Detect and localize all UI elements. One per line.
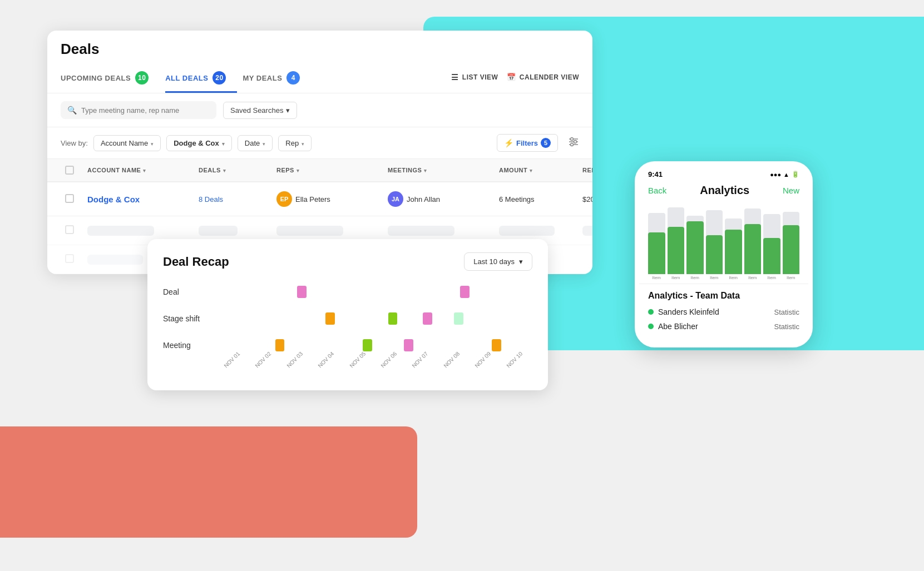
col-deals[interactable]: DEALS (194, 159, 272, 181)
tab-upcoming-badge: 10 (135, 71, 149, 85)
gantt-track-stage-shift (219, 311, 532, 326)
search-row: 🔍 Saved Searches ▾ (47, 93, 592, 127)
member1-dot (648, 309, 654, 315)
gantt-chart: Deal Stage shift Meeting (163, 284, 532, 375)
phone-new-button[interactable]: New (783, 186, 799, 195)
row-select-checkbox[interactable] (65, 194, 74, 203)
saved-searches-chevron-icon: ▾ (286, 106, 290, 115)
bar-label-6: Item (748, 275, 757, 280)
account-chevron-icon (222, 139, 225, 147)
deals-panel: Deals UPCOMING DEALS 10 ALL DEALS 20 MY … (47, 31, 592, 274)
bar-label-8: Item (787, 275, 795, 280)
tab-my-deals[interactable]: MY DEALS 4 (243, 66, 311, 93)
rep2-avatar: JA (388, 191, 403, 207)
gantt-dates: NOV 01 NOV 02 NOV 03 NOV 04 NOV 05 NOV 0… (163, 364, 532, 375)
filter-count-badge: 5 (541, 138, 551, 148)
chart-bar-5: Item (725, 219, 742, 280)
row-account-name[interactable]: Dodge & Cox (83, 186, 194, 213)
sk2-repq (578, 251, 592, 269)
saved-searches-button[interactable]: Saved Searches ▾ (223, 102, 297, 119)
phone-back-button[interactable]: Back (648, 186, 666, 195)
col-rep-questions[interactable]: REP QUESTIONS (578, 159, 592, 181)
gantt-track-deal (219, 284, 532, 300)
signal-icon: ●●● (770, 171, 781, 178)
col-reps[interactable]: REPS (272, 159, 383, 181)
col-checkbox (61, 159, 83, 181)
select-all-checkbox[interactable] (65, 166, 74, 175)
view-by-value: Account Name (101, 139, 148, 147)
calendar-view-button[interactable]: 📅 CALENDER VIEW (507, 73, 579, 81)
view-by-account-filter[interactable]: Account Name (93, 135, 161, 151)
search-icon: 🔍 (67, 106, 77, 115)
member2-dot (648, 324, 654, 329)
gantt-row-deal: Deal (163, 284, 532, 300)
analytics-team-title: Analytics - Team Data (648, 291, 799, 301)
amount-value: $20,000 (582, 195, 592, 203)
deals-sort-icon (223, 167, 226, 173)
deals-header: Deals UPCOMING DEALS 10 ALL DEALS 20 MY … (47, 31, 592, 93)
rep1-name: Ella Peters (295, 195, 330, 203)
row-reps: EP Ella Peters (272, 182, 383, 216)
sk2-checkbox (61, 245, 83, 274)
sk-checkbox (61, 216, 83, 245)
sk-checkbox-box (65, 225, 74, 234)
tab-my-label: MY DEALS (243, 74, 282, 82)
col-meetings[interactable]: MEETINGS (383, 159, 495, 181)
rep-chevron-icon (302, 139, 304, 147)
chart-bar-1: Item (648, 213, 665, 280)
rep-filter-chip[interactable]: Rep (278, 135, 312, 151)
account-sort-icon (143, 167, 146, 173)
bar-label-5: Item (729, 275, 738, 280)
rep2-name: John Allan (407, 195, 440, 203)
date-filter-chip[interactable]: Date (238, 135, 273, 151)
account-link[interactable]: Dodge & Cox (87, 195, 140, 204)
bar-label-2: Item (671, 275, 680, 280)
calendar-view-label: CALENDER VIEW (520, 73, 579, 81)
sk2-checkbox-box (65, 254, 74, 263)
reps-cell: EP Ella Peters (276, 191, 379, 207)
search-input[interactable] (81, 106, 181, 115)
filter-icon: ⚡ (504, 138, 513, 147)
recap-dropdown-label: Last 10 days (473, 257, 515, 266)
rep-filter-value: Rep (285, 139, 299, 147)
col-amount[interactable]: AMOUNT (495, 159, 578, 181)
phone-mockup: 9:41 ●●● ▲ 🔋 Back Analytics New Item (635, 161, 813, 347)
saved-searches-label: Saved Searches (230, 106, 283, 115)
table-row: Dodge & Cox 8 Deals EP Ella Peters JA Jo… (47, 182, 592, 216)
rep2-cell: JA John Allan (388, 191, 490, 207)
chart-bar-2: Item (668, 207, 685, 280)
filter-row: View by: Account Name Dodge & Cox Date R… (47, 127, 592, 159)
row-meetings-count: 6 Meetings (495, 186, 578, 212)
tab-upcoming-deals[interactable]: UPCOMING DEALS 10 (61, 66, 160, 93)
meetings-value: 6 Meetings (499, 195, 535, 203)
deals-title: Deals (61, 41, 579, 58)
chart-bar-4: Item (706, 210, 723, 280)
filters-button[interactable]: ⚡ Filters 5 (497, 134, 558, 152)
phone-time: 9:41 (648, 170, 663, 178)
phone-status-icons: ●●● ▲ 🔋 (770, 171, 799, 178)
team-member-row-1: Sanders Kleinfeld Statistic (648, 307, 799, 316)
team-member-left-2: Abe Blicher (648, 322, 698, 331)
battery-icon: 🔋 (792, 171, 799, 178)
analytics-team-section: Analytics - Team Data Sanders Kleinfeld … (639, 284, 808, 343)
row-amount: $20,000 (578, 186, 592, 212)
settings-icon[interactable] (568, 136, 579, 150)
view-by-chevron-icon (151, 139, 154, 147)
chart-bar-8: Item (783, 212, 800, 280)
salmon-decoration (0, 426, 417, 538)
tab-all-deals[interactable]: ALL DEALS 20 (165, 66, 237, 93)
list-icon: ☰ (451, 73, 459, 82)
col-account-name[interactable]: ACCOUNT NAME (83, 159, 194, 181)
list-view-button[interactable]: ☰ LIST VIEW (451, 73, 498, 82)
bar-label-4: Item (710, 275, 719, 280)
recap-dropdown[interactable]: Last 10 days ▾ (464, 252, 532, 271)
recap-title: Deal Recap (163, 255, 229, 269)
tab-my-badge: 4 (286, 71, 300, 85)
deal-recap-panel: Deal Recap Last 10 days ▾ Deal Stage shi… (147, 239, 548, 390)
row-meetings: JA John Allan (383, 182, 495, 216)
member1-stat: Statistic (774, 308, 799, 316)
account-filter-chip[interactable]: Dodge & Cox (166, 135, 232, 151)
deals-tabs: UPCOMING DEALS 10 ALL DEALS 20 MY DEALS … (61, 66, 579, 93)
recap-dropdown-chevron: ▾ (519, 257, 523, 266)
row-checkbox (61, 185, 83, 213)
